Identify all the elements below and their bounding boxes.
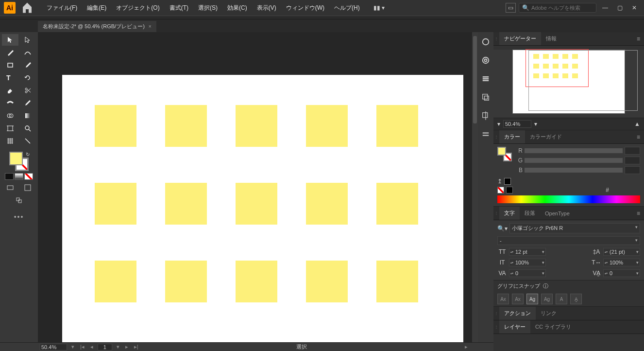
leading-input[interactable]: ▴▾(21 pt)▾ [603, 248, 640, 256]
color-mode-solid[interactable] [5, 173, 14, 180]
tab-actions[interactable]: アクション [499, 307, 536, 320]
stroke-panel-icon[interactable] [481, 74, 491, 84]
channel-g-slider[interactable] [525, 158, 623, 163]
rotate-tool[interactable] [19, 72, 36, 84]
menu-effect[interactable]: 効果(C) [222, 1, 252, 15]
none-swatch[interactable] [497, 187, 504, 193]
shape-rect[interactable] [95, 261, 136, 302]
artboard-tool[interactable] [2, 123, 18, 134]
graphic-styles-panel-icon[interactable] [481, 55, 491, 65]
shape-builder-tool[interactable] [2, 110, 18, 122]
canvas-area[interactable] [38, 32, 478, 342]
status-zoom[interactable]: 50.4% [40, 344, 67, 351]
app-logo[interactable]: Ai [4, 2, 16, 14]
panel-options-icon[interactable]: ≡ [633, 208, 644, 219]
close-button[interactable]: ✕ [628, 3, 640, 13]
tab-color-guide[interactable]: カラーガイド [525, 130, 567, 143]
zoom-dropdown-icon[interactable]: ▾ [534, 121, 537, 127]
tab-links[interactable]: リンク [536, 307, 561, 320]
zoom-dropdown[interactable]: ▾ [70, 344, 76, 350]
screen-mode-b[interactable] [19, 182, 36, 193]
color-mode-none[interactable] [24, 173, 33, 180]
appearance-panel-icon[interactable] [481, 37, 491, 47]
shape-rect[interactable] [165, 183, 207, 225]
shape-rect[interactable] [376, 105, 418, 147]
menu-type[interactable]: 書式(T) [165, 1, 193, 15]
shape-rect[interactable] [165, 261, 207, 302]
black-swatch-2[interactable] [506, 187, 513, 193]
edit-toolbar-icon[interactable]: ••• [14, 213, 24, 221]
screen-mode-a[interactable] [2, 182, 18, 193]
curvature-tool[interactable] [19, 47, 36, 58]
pen-tool[interactable] [2, 47, 18, 58]
shape-rect[interactable] [236, 105, 277, 147]
document-tab-close[interactable]: × [149, 24, 152, 29]
swap-fill-stroke-icon[interactable]: ↻ [26, 152, 30, 157]
shape-rect[interactable] [236, 261, 277, 302]
shape-rect[interactable] [165, 105, 207, 147]
zoom-out-icon[interactable]: ▾ [497, 121, 500, 127]
tracking-input[interactable]: ▴▾0▾ [603, 269, 640, 277]
tab-character[interactable]: 文字 [499, 207, 520, 220]
shape-rect[interactable] [236, 183, 277, 225]
maximize-button[interactable]: ▢ [614, 3, 626, 13]
shape-rect[interactable] [306, 105, 348, 147]
font-family-dropdown[interactable]: 小塚ゴシック Pr6N R [509, 223, 640, 233]
channel-g-value[interactable] [625, 157, 640, 164]
gradient-tool[interactable] [19, 110, 36, 122]
artboard-dropdown-icon[interactable]: ▾ [115, 344, 121, 350]
snap-option-4[interactable]: Ag [541, 294, 553, 304]
snap-option-3[interactable]: Ag [526, 294, 538, 304]
first-artboard-icon[interactable]: |◂ [79, 344, 86, 350]
black-swatch[interactable] [504, 178, 511, 185]
menu-view[interactable]: 表示(V) [252, 1, 281, 15]
status-play-icon[interactable]: ▸ [463, 344, 469, 350]
rectangle-tool[interactable] [2, 59, 18, 71]
snap-option-1[interactable]: Ax [497, 294, 509, 304]
tab-layers[interactable]: レイヤー [499, 320, 530, 333]
help-search[interactable]: 🔍 [519, 3, 596, 13]
color-spectrum[interactable] [497, 195, 640, 203]
snap-option-5[interactable]: A [556, 294, 567, 304]
channel-r-slider[interactable] [525, 148, 623, 153]
shape-rect[interactable] [376, 261, 418, 302]
blend-tool[interactable] [19, 135, 36, 147]
snap-option-2[interactable]: Ax [512, 294, 524, 304]
search-input[interactable] [531, 5, 593, 11]
arrange-icon[interactable]: ▮▮ ▾ [370, 4, 389, 11]
kerning-input[interactable]: ▴▾0▾ [509, 269, 546, 277]
panel-options-icon[interactable]: ≡ [633, 34, 644, 44]
navigator-preview[interactable]: /* generated below */ [512, 50, 625, 114]
hscale-input[interactable]: ▴▾100%▾ [603, 259, 640, 266]
type-tool[interactable]: T [2, 72, 18, 84]
align-panel-icon[interactable] [481, 111, 491, 121]
vscale-input[interactable]: ▴▾100%▾ [509, 259, 546, 266]
menu-edit[interactable]: 編集(E) [82, 1, 111, 15]
zoom-slider-icon[interactable]: ▲ [634, 121, 640, 127]
shape-rect[interactable] [376, 183, 418, 225]
width-tool[interactable] [2, 97, 18, 109]
last-artboard-icon[interactable]: ▸| [133, 344, 140, 350]
transform-panel-icon[interactable] [481, 92, 491, 102]
panel-options-icon[interactable]: ≡ [633, 132, 644, 142]
shape-rect[interactable] [95, 183, 136, 225]
perspective-grid-tool[interactable] [2, 135, 18, 147]
channel-b-slider[interactable] [525, 168, 623, 173]
navigator-zoom-input[interactable] [503, 120, 531, 128]
font-style-dropdown[interactable]: - [497, 236, 640, 245]
color-mode-gradient[interactable] [15, 173, 23, 180]
collapse-strip[interactable] [0, 16, 644, 19]
direct-selection-tool[interactable] [19, 34, 36, 46]
shape-rect[interactable] [306, 183, 348, 225]
minimize-button[interactable]: — [599, 3, 611, 13]
menu-help[interactable]: ヘルプ(H) [329, 1, 365, 15]
menu-select[interactable]: 選択(S) [193, 1, 222, 15]
selection-tool[interactable] [2, 34, 18, 46]
paintbrush-tool[interactable] [19, 59, 36, 71]
workspace-icon[interactable]: ▭ [506, 3, 516, 13]
fill-stroke-swatches[interactable]: ↻ [9, 152, 29, 171]
pathfinder-panel-icon[interactable] [481, 129, 491, 139]
tab-navigator[interactable]: ナビゲーター [499, 32, 541, 45]
eraser-tool[interactable] [2, 85, 18, 96]
menu-window[interactable]: ウィンドウ(W) [281, 1, 329, 15]
